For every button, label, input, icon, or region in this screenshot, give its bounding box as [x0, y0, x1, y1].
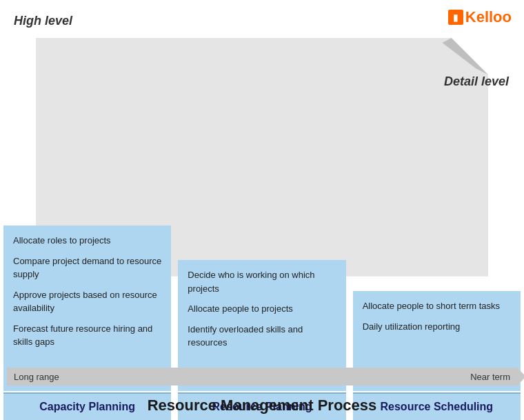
col-1-item-1: Allocate roles to projects — [13, 234, 161, 248]
page-container: ▮ Kelloo High level Detail level Allocat… — [0, 0, 524, 420]
long-range-label: Long range — [14, 372, 59, 382]
col-1-content: Allocate roles to projects Compare proje… — [3, 226, 171, 391]
logo-icon-text: ▮ — [453, 12, 458, 23]
col-1-item-4: Forecast future resource hiring and skil… — [13, 322, 161, 349]
col-2-item-3: Identify overloaded skills and resources — [188, 323, 336, 350]
col-3-item-1: Allocate people to short term tasks — [363, 299, 511, 313]
logo-text: Kelloo — [465, 8, 512, 26]
logo: ▮ Kelloo — [448, 8, 512, 26]
col-3-item-2: Daily utilization reporting — [363, 320, 511, 334]
col-1-item-3: Approve projects based on resource avail… — [13, 288, 161, 315]
arrow-tip — [517, 368, 524, 386]
bottom-bar: Long range Near term — [7, 368, 517, 386]
col-capacity-planning: Allocate roles to projects Compare proje… — [3, 226, 171, 420]
high-level-label: High level — [14, 14, 72, 28]
logo-icon: ▮ — [448, 10, 463, 25]
col-2-item-1: Decide who is working on which projects — [188, 268, 336, 295]
page-title: Resource Management Process — [0, 397, 524, 414]
col-1-item-2: Compare project demand to resource suppl… — [13, 254, 161, 281]
col-2-item-2: Allocate people to projects — [188, 302, 336, 316]
near-term-label: Near term — [470, 372, 510, 382]
bottom-arrow-content: Long range Near term — [7, 372, 517, 382]
columns-container: Allocate roles to projects Compare proje… — [3, 28, 521, 420]
